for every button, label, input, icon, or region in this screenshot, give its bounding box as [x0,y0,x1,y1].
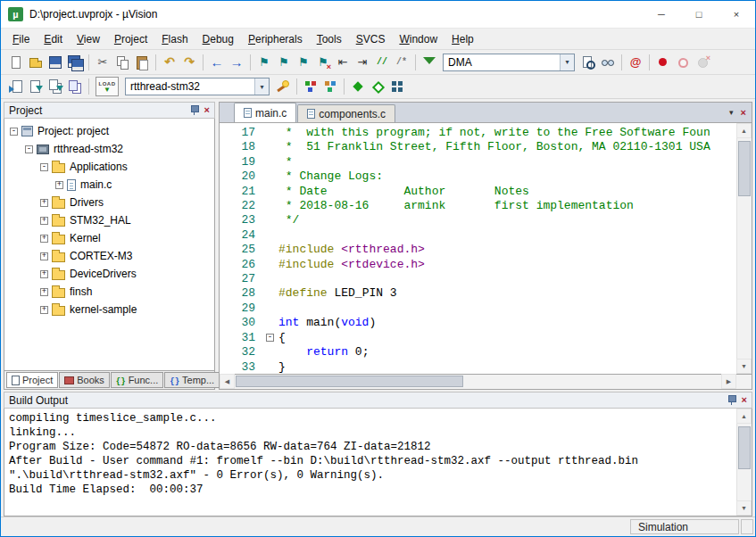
menu-item-edit[interactable]: Edit [37,30,70,48]
close-button[interactable]: × [718,1,755,28]
expander-icon[interactable]: + [40,217,48,225]
pack-installer-icon[interactable] [388,78,406,95]
scroll-down-icon[interactable]: ▼ [736,359,752,374]
build-output-area[interactable]: compiling timeslice_sample.c...linking..… [4,409,752,516]
expander-icon[interactable]: + [40,252,48,260]
scroll-left-icon[interactable]: ◀ [220,374,235,389]
menu-item-help[interactable]: Help [444,30,481,48]
expander-icon[interactable]: + [40,288,48,296]
menu-item-file[interactable]: File [5,30,37,48]
tree-item-project-project[interactable]: -Project: project [4,122,214,140]
editor-vertical-scrollbar[interactable]: ▲ ▼ [736,123,752,374]
breakpoint-kill-all-icon[interactable] [694,54,711,71]
find-in-files-funnel-icon[interactable] [420,54,438,71]
menu-item-tools[interactable]: Tools [310,30,349,48]
panel-tab-project[interactable]: Project [6,372,58,388]
breakpoint-disable-icon[interactable] [674,54,692,71]
expander-icon[interactable]: + [40,199,48,207]
comment-selection-icon[interactable] [373,54,391,71]
vertical-scroll-thumb[interactable] [738,141,751,196]
tree-item-main-c[interactable]: +main.c [4,176,214,194]
tree-item-rtthread-stm32[interactable]: -rtthread-stm32 [4,140,214,158]
tree-item-finsh[interactable]: +finsh [4,283,214,301]
scroll-right-icon[interactable]: ▶ [721,374,736,389]
find-icon[interactable] [599,54,617,71]
redo-icon[interactable] [180,54,198,71]
editor-tab-main-c[interactable]: main.c [234,103,296,122]
fold-minus-icon[interactable]: - [266,334,274,342]
bookmark-toggle-icon[interactable] [255,54,273,71]
tree-item-applications[interactable]: -Applications [4,158,214,176]
code-editor[interactable]: 17 * with this program; if not, write to… [219,122,752,375]
find-text-dropdown-icon[interactable]: ▾ [560,54,574,70]
resize-grip[interactable] [741,519,753,534]
output-vertical-scrollbar[interactable]: ▲ ▼ [736,409,752,516]
translate-icon[interactable] [7,78,25,95]
panel-tab-temp[interactable]: Temp... [164,372,220,388]
indent-right-icon[interactable] [353,54,371,71]
menu-item-debug[interactable]: Debug [195,30,241,48]
editor-horizontal-scrollbar[interactable]: ◀ ▶ [219,375,752,390]
menu-item-view[interactable]: View [70,30,107,48]
manage-rte-icon[interactable] [349,78,367,95]
paste-icon[interactable] [133,54,151,71]
maximize-button[interactable]: □ [680,1,718,28]
tree-item-stm32-hal[interactable]: +STM32_HAL [4,211,214,229]
target-select-combobox[interactable]: rtthread-stm32▾ [125,78,270,95]
scroll-up-icon[interactable]: ▲ [736,123,752,138]
copy-icon[interactable] [113,54,131,71]
rebuild-icon[interactable] [46,78,64,95]
scroll-down-icon[interactable]: ▼ [736,500,752,516]
tab-list-dropdown-icon[interactable]: ▾ [729,108,734,117]
vertical-scroll-thumb[interactable] [738,426,751,469]
navigate-back-icon[interactable] [208,54,226,71]
expander-icon[interactable]: - [40,163,48,171]
lookup-icon[interactable] [627,54,644,71]
close-panel-icon[interactable]: × [204,105,210,115]
save-icon[interactable] [46,54,64,71]
pin-icon[interactable] [189,104,199,116]
indent-left-icon[interactable] [334,54,352,71]
panel-tab-func[interactable]: Func... [111,372,163,388]
tree-item-drivers[interactable]: +Drivers [4,194,214,211]
close-file-icon[interactable]: × [741,107,746,118]
tree-item-cortex-m3[interactable]: +CORTEX-M3 [4,247,214,265]
tree-item-devicedrivers[interactable]: +DeviceDrivers [4,265,214,283]
find-in-files-icon[interactable] [579,54,597,71]
download-button[interactable]: LOAD▼ [96,77,119,96]
target-select-dropdown-icon[interactable]: ▾ [254,78,269,95]
menu-item-project[interactable]: Project [107,30,154,48]
expander-icon[interactable]: + [55,181,63,189]
build-icon[interactable] [27,78,45,95]
bookmark-clear-icon[interactable] [314,54,332,71]
breakpoint-insert-icon[interactable] [654,54,672,71]
menu-item-flash[interactable]: Flash [154,30,195,48]
editor-tab-components-c[interactable]: components.c [297,104,395,122]
target-options-icon[interactable] [274,78,292,95]
find-text-combobox[interactable]: DMA▾ [443,54,575,71]
close-panel-icon[interactable]: × [742,395,747,405]
select-software-packs-icon[interactable] [369,78,386,95]
expander-icon[interactable]: + [40,270,48,278]
tree-item-kernel[interactable]: +Kernel [4,229,214,247]
uncomment-selection-icon[interactable] [393,54,411,71]
batch-build-icon[interactable] [66,78,84,95]
undo-icon[interactable] [161,54,179,71]
expander-icon[interactable]: + [40,306,48,314]
new-file-icon[interactable] [7,54,25,71]
expander-icon[interactable]: - [25,145,33,153]
bookmark-next-icon[interactable] [295,54,312,71]
horizontal-scroll-thumb[interactable] [236,376,463,387]
manage-project-items-icon[interactable] [302,78,320,95]
expander-icon[interactable]: + [40,235,48,243]
cut-icon[interactable] [94,54,112,71]
navigate-forward-icon[interactable] [228,54,245,71]
open-file-icon[interactable] [27,54,45,71]
expander-icon[interactable]: - [10,128,18,136]
file-extensions-icon[interactable] [321,78,339,95]
pin-icon[interactable] [727,394,736,406]
tree-item-kernel-sample[interactable]: +kernel-sample [4,301,214,318]
panel-tab-books[interactable]: Books [59,372,110,388]
menu-item-svcs[interactable]: SVCS [349,30,393,48]
scroll-up-icon[interactable]: ▲ [736,409,752,424]
